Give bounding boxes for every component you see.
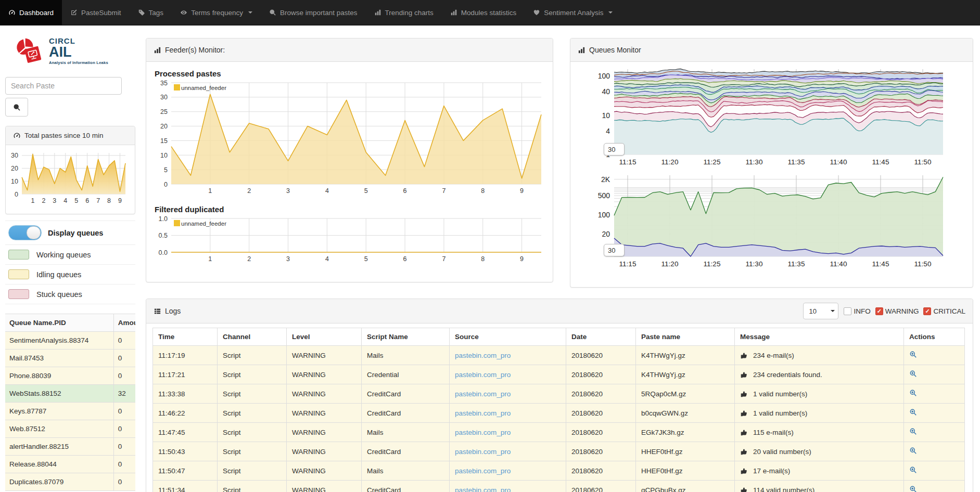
queue-name: SentimentAnalysis.88374 [5, 332, 113, 349]
log-source-link[interactable]: pastebin.com_pro [455, 429, 511, 436]
log-level: WARNING [287, 423, 362, 442]
legend-stuck-queues: Stuck queues [5, 284, 135, 304]
log-date: 20180620 [566, 365, 636, 384]
svg-text:5: 5 [364, 187, 368, 195]
filter-info[interactable]: INFO [844, 307, 870, 315]
total-pastes-chart: 0102030123456789 [8, 149, 132, 209]
svg-text:11:40: 11:40 [830, 158, 847, 166]
search-plus-icon[interactable] [909, 485, 917, 492]
search-icon [13, 103, 21, 111]
queues-top-chart[interactable]: 14104010011:1511:2011:2511:3011:3511:401… [577, 66, 966, 171]
log-row: 11:46:22ScriptWARNINGCreditCardpastebin.… [153, 404, 965, 423]
log-paste-name: K4THWgYj.gz [636, 346, 735, 365]
log-row: 11:47:45ScriptWARNINGMailspastebin.com_p… [153, 423, 965, 442]
nav-item-terms-frequency[interactable]: Terms frequency [172, 0, 261, 25]
search-plus-icon[interactable] [909, 466, 917, 474]
log-source-link[interactable]: pastebin.com_pro [455, 352, 511, 359]
nav-item-modules-statistics[interactable]: Modules statistics [442, 0, 525, 25]
processed-pastes-chart[interactable]: 05101520253035123456789unnamed_feeder [154, 80, 545, 200]
nav-item-pastesubmit[interactable]: PasteSubmit [62, 0, 130, 25]
svg-text:10: 10 [11, 178, 18, 185]
svg-text:35: 35 [160, 80, 168, 87]
nav-item-trending-charts[interactable]: Trending charts [366, 0, 442, 25]
queues-top-range-input[interactable]: 30 [604, 143, 625, 156]
queue-amount: 0 [113, 349, 135, 367]
log-source-link[interactable]: pastebin.com_pro [455, 409, 511, 417]
log-source-link[interactable]: pastebin.com_pro [455, 371, 511, 379]
svg-text:4: 4 [325, 255, 329, 263]
svg-text:7: 7 [442, 255, 446, 263]
log-source-link[interactable]: pastebin.com_pro [455, 467, 511, 475]
search-plus-icon[interactable] [909, 428, 917, 435]
svg-text:11:20: 11:20 [661, 158, 679, 166]
log-script: Mails [362, 423, 450, 442]
bar-chart-icon [578, 46, 586, 54]
log-level: WARNING [287, 346, 362, 365]
queues-bottom-range-input[interactable]: 30 [604, 244, 625, 256]
svg-text:9: 9 [520, 187, 524, 195]
log-source-link[interactable]: pastebin.com_pro [455, 486, 511, 492]
queue-name: Phone.88039 [5, 367, 113, 385]
thumbs-up-icon [740, 467, 748, 475]
queue-row: WebStats.8815232 [5, 385, 135, 403]
search-plus-icon[interactable] [909, 389, 917, 397]
svg-text:11:25: 11:25 [704, 158, 721, 166]
thumbs-up-icon [740, 352, 748, 359]
queues-bottom-chart[interactable]: 5201005002K11:1511:2011:2511:3011:3511:4… [577, 171, 966, 273]
log-source-link[interactable]: pastebin.com_pro [455, 390, 511, 398]
svg-text:unnamed_feeder: unnamed_feeder [181, 85, 226, 91]
svg-text:11:35: 11:35 [788, 158, 805, 166]
search-button[interactable] [5, 98, 28, 116]
queue-amount: 0 [113, 438, 135, 456]
logs-title: Logs [165, 307, 181, 315]
queue-amount: 0 [113, 367, 135, 385]
circl-ail-logo: CIRCL AIL Analysis of Information Leaks [15, 36, 135, 66]
queue-col-queue-name-pid: Queue Name.PID [5, 314, 113, 332]
filter-critical[interactable]: ✓CRITICAL [923, 307, 965, 315]
log-level: WARNING [287, 404, 362, 423]
svg-text:4: 4 [606, 127, 610, 135]
nav-item-tags[interactable]: Tags [130, 0, 172, 25]
nav-item-dashboard[interactable]: Dashboard [0, 0, 62, 25]
log-message: 20 valid number(s) [753, 448, 811, 456]
search-plus-icon[interactable] [909, 408, 917, 416]
svg-text:4: 4 [325, 187, 329, 195]
svg-text:3: 3 [53, 197, 56, 204]
search-input[interactable] [5, 77, 122, 95]
queue-row: Keys.877870 [5, 403, 135, 420]
nav-item-browse-important-pastes[interactable]: Browse important pastes [261, 0, 366, 25]
filter-warning[interactable]: ✓WARNING [875, 307, 919, 315]
display-queues-toggle[interactable] [8, 225, 42, 240]
search-plus-icon[interactable] [909, 447, 917, 455]
log-channel: Script [218, 461, 287, 481]
log-level: WARNING [287, 461, 362, 481]
tachometer-icon [8, 9, 16, 16]
search-plus-icon[interactable] [909, 351, 917, 358]
checkbox-warning[interactable]: ✓ [875, 307, 883, 315]
filtered-duplicated-chart[interactable]: 0.00.51.0123456789unnamed_feeder [154, 216, 545, 267]
svg-text:20: 20 [602, 230, 610, 238]
log-message: 1 valid number(s) [753, 409, 807, 417]
log-date: 20180620 [566, 346, 636, 365]
logs-col-message: Message [735, 328, 904, 346]
total-pastes-title: Total pastes since 10 min [24, 132, 104, 139]
search-plus-icon[interactable] [909, 370, 917, 378]
svg-text:3: 3 [286, 255, 290, 263]
logo-brand-top: CIRCL [49, 37, 108, 45]
checkbox-info[interactable] [844, 307, 851, 315]
logo-brand-main: AIL [49, 45, 108, 59]
log-source-link[interactable]: pastebin.com_pro [455, 448, 511, 456]
log-date: 20180620 [566, 481, 636, 492]
log-channel: Script [218, 384, 287, 404]
queue-name: Duplicates.87079 [5, 473, 113, 491]
log-channel: Script [218, 442, 287, 461]
svg-text:5: 5 [74, 197, 78, 204]
log-script: Mails [362, 461, 450, 481]
logs-page-size-select[interactable]: 10 [803, 303, 838, 319]
log-row: 11:17:19ScriptWARNINGMailspastebin.com_p… [153, 346, 965, 365]
svg-text:40: 40 [602, 87, 610, 96]
checkbox-critical[interactable]: ✓ [923, 307, 931, 315]
svg-text:9: 9 [520, 255, 524, 263]
queue-amount: 0 [113, 473, 135, 491]
nav-item-sentiment-analysis[interactable]: Sentiment Analysis [525, 0, 621, 25]
